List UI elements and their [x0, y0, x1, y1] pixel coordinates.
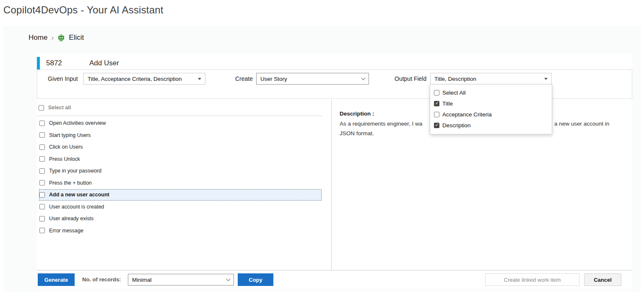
copy-button[interactable]: Copy — [238, 273, 273, 286]
list-item[interactable]: Click on Users — [39, 141, 322, 153]
records-label: No. of records: — [82, 273, 121, 286]
option-label: Acceptance Criteria — [442, 111, 492, 118]
elicit-robot-icon — [57, 34, 65, 41]
breadcrumb: Home › Elicit — [29, 33, 84, 43]
cancel-button[interactable]: Cancel — [584, 273, 621, 286]
given-input-label: Given Input — [48, 73, 78, 85]
step-checkbox[interactable] — [39, 192, 45, 198]
chevron-down-icon — [226, 277, 231, 281]
footer-separator — [37, 270, 632, 270]
content-panel: Home › Elicit 5872 Add User Given Input … — [3, 26, 641, 292]
create-label: Create — [235, 73, 253, 85]
output-field-options-panel: Select All Title Acceptance Criteria Des… — [430, 84, 552, 134]
description-heading: Description : — [340, 111, 374, 117]
option-label: Select All — [442, 90, 466, 96]
list-item[interactable]: User account is created — [39, 201, 322, 213]
step-label: Press the + button — [49, 180, 92, 186]
step-checkbox[interactable] — [39, 204, 45, 209]
select-all-row[interactable]: Select all — [39, 105, 71, 111]
option-label: Title — [442, 100, 453, 107]
list-item[interactable]: Open Activities overview — [39, 117, 322, 129]
breadcrumb-home-link[interactable]: Home — [29, 33, 47, 42]
step-label: Open Activities overview — [49, 120, 106, 126]
step-label: Start typing Users — [49, 132, 91, 138]
select-all-label: Select all — [48, 105, 71, 111]
output-field-label: Output Field — [395, 73, 426, 85]
breadcrumb-current: Elicit — [69, 33, 84, 42]
list-item[interactable]: User already exists — [39, 213, 322, 225]
output-field-dropdown[interactable]: Title, Description — [430, 73, 552, 85]
select-all-checkbox[interactable] — [39, 105, 44, 111]
caret-down-icon — [544, 78, 548, 80]
list-item[interactable]: Type in your password — [39, 165, 322, 177]
list-separator — [37, 116, 322, 116]
create-linked-work-item-button[interactable]: Create linked work item — [485, 273, 579, 286]
app-title: Copilot4DevOps - Your AI Assistant — [3, 4, 164, 16]
step-label: User account is created — [49, 204, 104, 210]
work-item-accent-bar — [37, 57, 40, 70]
records-value: Minimal — [132, 277, 152, 283]
step-checkbox[interactable] — [39, 132, 45, 138]
list-item[interactable]: Press the + button — [39, 177, 322, 189]
checkbox-unchecked-icon[interactable] — [434, 112, 439, 117]
checkbox-checked-icon[interactable] — [434, 123, 439, 128]
given-input-dropdown[interactable]: Title, Acceptance Criteria, Description — [83, 73, 205, 85]
elicit-card: 5872 Add User Given Input Title, Accepta… — [37, 54, 632, 289]
caret-down-icon — [198, 78, 201, 80]
step-checkbox[interactable] — [39, 168, 45, 174]
records-dropdown[interactable]: Minimal — [128, 274, 234, 286]
option-label: Description — [442, 122, 471, 129]
option-select-all[interactable]: Select All — [430, 87, 552, 98]
step-label: Add a new user account — [49, 192, 109, 198]
step-checkbox[interactable] — [39, 144, 45, 150]
create-select[interactable]: User Story — [256, 73, 369, 85]
create-value: User Story — [260, 76, 287, 82]
step-checkbox[interactable] — [39, 121, 45, 126]
option-acceptance-criteria[interactable]: Acceptance Criteria — [430, 109, 552, 120]
step-label: User already exists — [49, 216, 93, 221]
step-label: Type in your password — [49, 168, 101, 174]
steps-list: Open Activities overview Start typing Us… — [39, 117, 322, 237]
step-checkbox[interactable] — [39, 156, 45, 162]
step-label: Click on Users — [49, 144, 83, 150]
description-text: a new user account in — [554, 121, 609, 127]
work-item-id: 5872 — [46, 59, 62, 67]
description-text: As a requirements engineer, I wa — [340, 121, 422, 127]
panel-divider — [331, 100, 332, 270]
generate-button[interactable]: Generate — [38, 273, 75, 286]
breadcrumb-separator-icon: › — [51, 33, 54, 42]
list-item[interactable]: Start typing Users — [39, 129, 322, 142]
checkbox-checked-icon[interactable] — [434, 101, 439, 106]
step-label: Error message — [49, 228, 83, 234]
list-item-selected[interactable]: Add a new user account — [39, 189, 322, 201]
step-checkbox[interactable] — [39, 216, 45, 221]
list-item[interactable]: Press Unlock — [39, 153, 322, 165]
step-checkbox[interactable] — [39, 228, 45, 233]
option-title[interactable]: Title — [430, 98, 552, 109]
chevron-down-icon — [361, 76, 366, 80]
given-input-value: Title, Acceptance Criteria, Description — [88, 76, 182, 82]
step-label: Press Unlock — [49, 156, 80, 162]
output-field-value: Title, Description — [434, 76, 476, 82]
work-item-title: Add User — [89, 59, 119, 67]
option-description[interactable]: Description — [430, 120, 552, 131]
checkbox-unchecked-icon[interactable] — [434, 90, 439, 95]
step-checkbox[interactable] — [39, 180, 45, 185]
description-text: JSON format. — [340, 130, 374, 136]
list-item[interactable]: Error message — [39, 225, 322, 237]
